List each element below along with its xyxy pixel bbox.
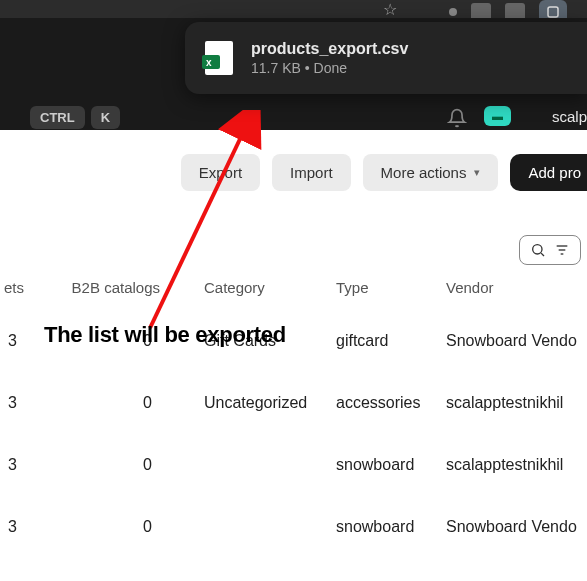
cell-ets: 3 [0, 394, 40, 412]
k-key: K [91, 106, 120, 129]
csv-file-icon: x [205, 41, 233, 75]
table-row[interactable]: 3 0 snowboard Snowboard Vendo [0, 496, 587, 558]
filter-icon [554, 242, 570, 258]
cell-type: snowboard [332, 518, 442, 536]
brand-badge[interactable]: ▬ [484, 106, 511, 126]
download-info: products_export.csv 11.7 KB • Done [251, 40, 408, 76]
cell-b2b: 0 [40, 456, 200, 474]
download-meta: 11.7 KB • Done [251, 60, 408, 76]
annotation-text: The list will be exported [44, 322, 286, 348]
chevron-down-icon: ▾ [474, 166, 480, 179]
cell-category [200, 456, 332, 474]
col-header-ets[interactable]: ets [0, 279, 40, 296]
import-button[interactable]: Import [272, 154, 351, 191]
download-filename: products_export.csv [251, 40, 408, 58]
search-filter-bar [0, 215, 587, 279]
table-header: ets B2B catalogs Category Type Vendor [0, 279, 587, 310]
notification-bell-icon[interactable] [447, 108, 467, 132]
export-button[interactable]: Export [181, 154, 260, 191]
cell-type: snowboard [332, 456, 442, 474]
brand-text: scalp [552, 108, 587, 125]
action-bar: Export Import More actions ▾ Add pro [0, 130, 587, 215]
cell-category: Uncategorized [200, 394, 332, 412]
ctrl-key: CTRL [30, 106, 85, 129]
search-icon [530, 242, 546, 258]
cell-type: giftcard [332, 332, 442, 350]
table-row[interactable]: 3 0 Uncategorized accessories scalapptes… [0, 372, 587, 434]
extension-icon[interactable] [449, 8, 457, 16]
col-header-b2b[interactable]: B2B catalogs [40, 279, 200, 296]
add-product-button[interactable]: Add pro [510, 154, 587, 191]
search-shortcut[interactable]: CTRL K [30, 106, 120, 129]
svg-point-1 [533, 245, 542, 254]
cell-ets: 3 [0, 332, 40, 350]
col-header-category[interactable]: Category [200, 279, 332, 296]
col-header-vendor[interactable]: Vendor [442, 279, 587, 296]
table-row[interactable]: 3 0 snowboard scalapptestnikhil [0, 434, 587, 496]
cell-ets: 3 [0, 456, 40, 474]
bookmark-star-icon[interactable]: ☆ [383, 0, 397, 19]
svg-rect-0 [548, 7, 558, 17]
cell-ets: 3 [0, 518, 40, 536]
cell-category [200, 518, 332, 536]
cell-type: accessories [332, 394, 442, 412]
more-actions-button[interactable]: More actions ▾ [363, 154, 499, 191]
browser-chrome-strip: ☆ [0, 0, 587, 18]
cell-b2b: 0 [40, 518, 200, 536]
cell-vendor: scalapptestnikhil [442, 456, 587, 474]
col-header-type[interactable]: Type [332, 279, 442, 296]
cell-vendor: scalapptestnikhil [442, 394, 587, 412]
download-notification[interactable]: x products_export.csv 11.7 KB • Done [185, 22, 587, 94]
cell-b2b: 0 [40, 394, 200, 412]
cell-vendor: Snowboard Vendo [442, 518, 587, 536]
svg-line-2 [541, 253, 544, 256]
products-table: ets B2B catalogs Category Type Vendor 3 … [0, 279, 587, 558]
cell-vendor: Snowboard Vendo [442, 332, 587, 350]
search-filter-button[interactable] [519, 235, 581, 265]
more-actions-label: More actions [381, 164, 467, 181]
